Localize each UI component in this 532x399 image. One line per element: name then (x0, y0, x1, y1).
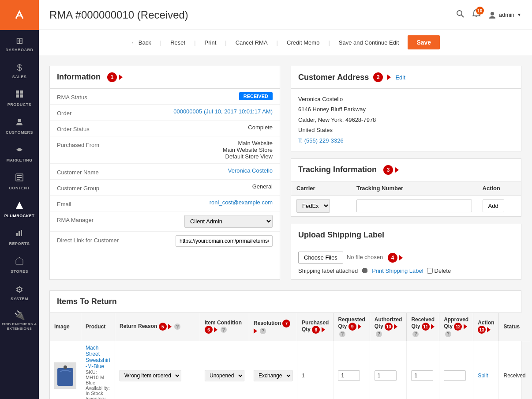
back-button[interactable]: ← Back (131, 38, 151, 48)
printer-icon (361, 267, 368, 274)
sidebar-item-reports[interactable]: REPORTS (0, 223, 39, 251)
action-bar: ← Back | Reset | Print | Cancel RMA | Cr… (39, 30, 532, 55)
admin-user[interactable]: admin ▼ (488, 11, 521, 19)
order-value[interactable]: 000000005 (Jul 10, 2017 10:01:17 AM) (136, 108, 273, 115)
save-continue-button[interactable]: Save and Continue Edit (339, 38, 399, 48)
authorized-qty-help[interactable]: ? (376, 331, 382, 337)
carrier-dropdown[interactable]: FedEx (296, 199, 330, 213)
step-11-indicator: 11 (422, 323, 430, 331)
svg-rect-20 (363, 271, 367, 273)
rma-status-value: RECEIVED (136, 92, 273, 100)
save-button[interactable]: Save (408, 35, 440, 49)
requested-qty-help[interactable]: ? (339, 331, 345, 337)
sidebar: ⊞ DASHBOARD $ SALES PRODUCTS CUSTOMERS M… (0, 0, 39, 399)
step-9-arrow (358, 324, 361, 329)
edit-address-link[interactable]: Edit (395, 74, 405, 81)
choose-files-button[interactable]: Choose Files (298, 252, 343, 263)
print-shipping-label-link[interactable]: Print Shipping Label (372, 267, 423, 274)
customer-name-value[interactable]: Veronica Costello (136, 167, 273, 174)
svg-point-17 (491, 12, 494, 15)
action-cell-1: Split (473, 341, 499, 399)
step-1-arrow (119, 75, 123, 80)
svg-point-5 (18, 119, 21, 122)
rma-manager-row: RMA Manager Client Admin (50, 211, 280, 232)
sidebar-item-products[interactable]: PRODUCTS (0, 84, 39, 112)
products-icon (15, 90, 24, 101)
customer-address-header: Customer Address 2 Edit (291, 66, 521, 89)
item-condition-cell-1: Unopened (200, 341, 249, 399)
status-cell-1: Received (499, 341, 530, 399)
approved-qty-input-1[interactable] (444, 370, 466, 381)
svg-rect-3 (16, 94, 19, 98)
delete-checkbox[interactable] (427, 268, 433, 274)
approved-qty-help[interactable]: ? (445, 331, 451, 337)
requested-qty-input-1[interactable] (338, 370, 360, 381)
email-value: roni_cost@example.com (136, 199, 273, 206)
plumrocket-icon (15, 201, 24, 212)
svg-rect-8 (17, 177, 22, 178)
print-button[interactable]: Print (205, 38, 217, 48)
product-availability-1: Availability: In Stock (86, 385, 110, 396)
sidebar-item-plumrocket-label: PLUMROCKET (4, 214, 35, 218)
address-country: United States (298, 125, 514, 135)
status-col-header: Status (499, 313, 530, 341)
direct-link-row: Direct Link for Customer (50, 232, 280, 250)
received-qty-input-1[interactable] (411, 370, 433, 381)
add-tracking-button[interactable]: Add (483, 200, 504, 212)
email-row: Email roni_cost@example.com (50, 196, 280, 211)
sidebar-item-customers[interactable]: CUSTOMERS (0, 112, 39, 140)
table-row: Mach Street Sweatshirt -M-Blue SKU: MH10… (50, 341, 530, 399)
sidebar-item-dashboard[interactable]: ⊞ DASHBOARD (0, 30, 39, 57)
order-label: Order (57, 108, 136, 117)
credit-memo-button[interactable]: Credit Memo (287, 38, 319, 48)
sidebar-item-dashboard-label: DASHBOARD (6, 48, 34, 52)
resolution-select-1[interactable]: Exchange (254, 370, 292, 381)
reset-button[interactable]: Reset (170, 38, 185, 48)
search-icon[interactable] (456, 9, 465, 20)
upload-header: Upload Shipping Label (291, 224, 521, 246)
resolution-help[interactable]: ? (260, 328, 266, 334)
requested-qty-cell-1 (333, 341, 370, 399)
authorized-qty-input-1[interactable] (375, 370, 397, 381)
sidebar-item-find[interactable]: 🔌 FIND PARTNERS & EXTENSIONS (0, 306, 39, 334)
image-col-header: Image (50, 313, 81, 341)
customer-name-row: Customer Name Veronica Costello (50, 164, 280, 180)
purchased-from-value: Main Website Main Website Store Default … (136, 140, 273, 160)
resolution-col-header: Resolution 7 ? (249, 313, 297, 341)
direct-link-input[interactable] (176, 235, 273, 247)
system-icon: ⚙ (15, 284, 23, 295)
action-col-header: Action 13 (473, 313, 499, 341)
back-arrow-icon: ← (131, 39, 137, 46)
received-qty-help[interactable]: ? (412, 331, 419, 337)
rma-manager-select[interactable]: Client Admin (184, 215, 273, 228)
product-name-1[interactable]: Mach Street Sweatshirt -M-Blue (86, 345, 110, 369)
svg-rect-13 (21, 230, 22, 236)
sidebar-item-sales[interactable]: $ SALES (0, 57, 39, 84)
order-status-value: Complete (136, 124, 273, 131)
tracking-number-input[interactable] (356, 200, 472, 212)
step-5-indicator: 5 (159, 323, 167, 331)
sidebar-item-content[interactable]: CONTENT (0, 168, 39, 196)
sidebar-item-plumrocket[interactable]: PLUMROCKET (0, 196, 39, 223)
customer-name-label: Customer Name (57, 167, 136, 176)
notification-bell[interactable]: 10 (472, 9, 481, 21)
customer-group-label: Customer Group (57, 183, 136, 192)
tracking-panel: Tracking Information 3 Carrier Tracking … (291, 158, 521, 217)
item-condition-help[interactable]: ? (221, 327, 227, 333)
split-link-1[interactable]: Split (478, 373, 488, 379)
direct-link-value (136, 235, 273, 247)
action-header: Action (477, 181, 521, 196)
address-name: Veronica Costello (298, 94, 514, 104)
sidebar-item-marketing[interactable]: MARKETING (0, 140, 39, 168)
cancel-rma-button[interactable]: Cancel RMA (236, 38, 268, 48)
svg-rect-2 (20, 90, 23, 94)
item-condition-select-1[interactable]: Unopened (205, 370, 244, 381)
return-reason-select-1[interactable]: Wrong item ordered (120, 370, 181, 381)
upload-body: Choose Files No file chosen 4 Shipping l… (291, 246, 521, 279)
step-6-indicator: 6 (205, 326, 213, 334)
return-reason-help[interactable]: ? (174, 324, 180, 330)
sidebar-item-stores-label: STORES (11, 269, 28, 274)
sidebar-item-system[interactable]: ⚙ SYSTEM (0, 279, 39, 306)
sidebar-item-stores[interactable]: STORES (0, 251, 39, 279)
logo[interactable] (0, 0, 39, 30)
